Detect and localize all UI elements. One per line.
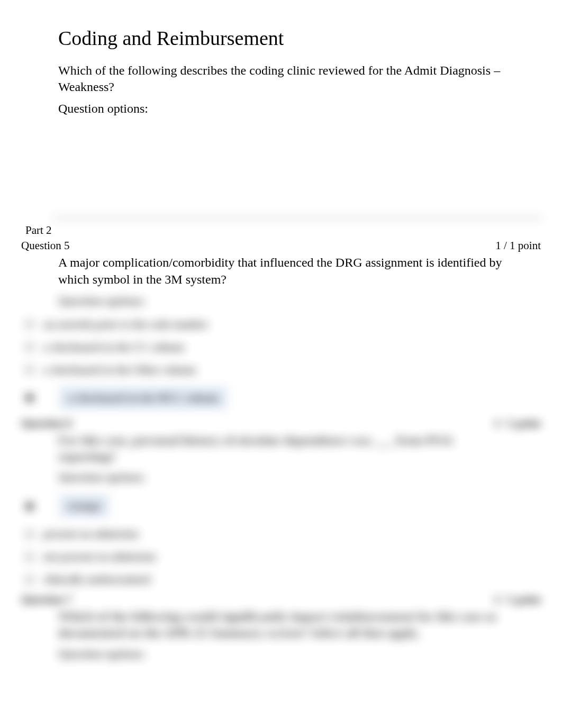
- q5-option-2[interactable]: a checkmark in the Other column: [21, 361, 541, 379]
- question-7-text: Which of the following would significant…: [58, 608, 504, 641]
- option-label: a checkmark in the MCC column: [59, 387, 227, 410]
- radio-filled-icon: [25, 502, 34, 511]
- option-label: present on admission: [43, 528, 139, 540]
- q5-option-3[interactable]: a checkmark in the MCC column: [21, 384, 541, 413]
- divider: [53, 217, 542, 219]
- question-5-text: A major complication/comorbidity that in…: [58, 254, 504, 287]
- question-5-options-label: Question options:: [58, 294, 504, 308]
- question-number: Question 6: [21, 417, 72, 430]
- intro-options-label: Question options:: [58, 102, 504, 116]
- q5-option-1[interactable]: a checkmark in the CC column: [21, 338, 541, 357]
- option-label: clinically undetermined: [43, 574, 150, 586]
- q6-option-3[interactable]: clinically undetermined: [21, 570, 541, 589]
- question-points: 1 / 1 point: [494, 593, 541, 606]
- radio-filled-icon: [25, 394, 34, 402]
- option-label: a checkmark in the CC column: [43, 341, 184, 353]
- question-6-text: For this case, personal history of nicot…: [58, 432, 504, 465]
- radio-icon: [25, 576, 34, 584]
- option-label: not present on admission: [43, 551, 156, 563]
- question-number: Question 7: [21, 593, 72, 606]
- radio-icon: [25, 553, 34, 561]
- page-title: Coding and Reimbursement: [58, 26, 504, 50]
- intro-question-text: Which of the following describes the cod…: [58, 62, 504, 95]
- question-points: 1 / 1 point: [495, 239, 541, 252]
- radio-icon: [25, 343, 34, 351]
- section-label: Part 2: [25, 224, 537, 237]
- question-points: 1 / 1 point: [494, 417, 541, 430]
- radio-icon: [25, 366, 34, 374]
- radio-icon: [25, 530, 34, 539]
- option-label: exempt: [59, 495, 109, 517]
- question-number: Question 5: [21, 239, 70, 252]
- question-7-header: Question 7 1 / 1 point: [21, 593, 541, 606]
- q5-option-0[interactable]: an asterisk prior to the code number: [21, 315, 541, 334]
- question-6-options-label: Question options:: [58, 470, 504, 484]
- question-7-options-label: Question options:: [58, 647, 504, 661]
- option-label: an asterisk prior to the code number: [43, 319, 209, 331]
- q6-option-1[interactable]: present on admission: [21, 525, 541, 543]
- question-5-header: Question 5 1 / 1 point: [21, 239, 541, 252]
- radio-icon: [25, 320, 34, 329]
- option-label: a checkmark in the Other column: [43, 364, 196, 376]
- question-6-header: Question 6 1 / 1 point: [21, 417, 541, 430]
- q6-option-2[interactable]: not present on admission: [21, 548, 541, 566]
- q6-option-0[interactable]: exempt: [21, 492, 541, 521]
